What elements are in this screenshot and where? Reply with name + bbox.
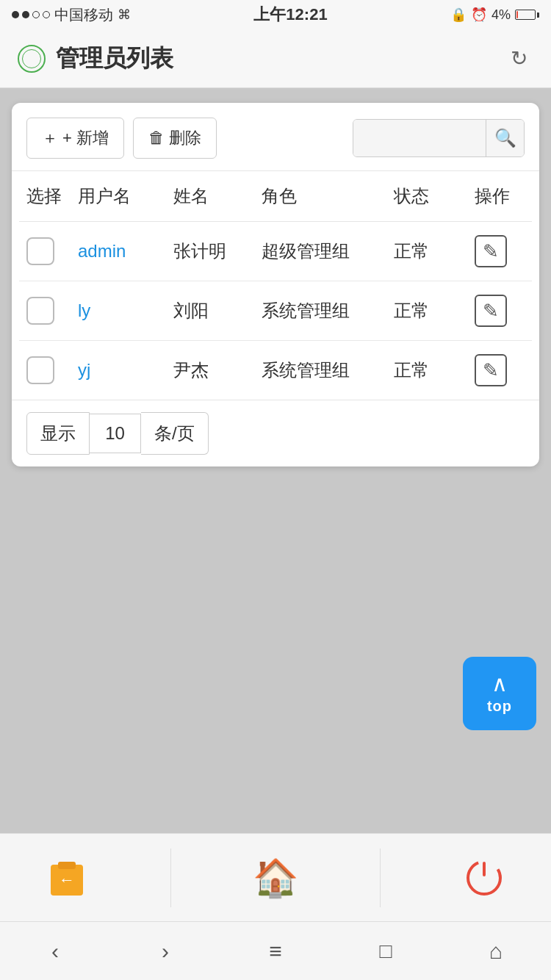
- power-icon: [465, 859, 503, 897]
- dot1: [12, 11, 19, 18]
- table-header: 选择 用户名 姓名 角色 状态 操作: [19, 171, 532, 222]
- row2-edit-button[interactable]: ✎: [475, 295, 507, 327]
- back-chevron-icon: ‹: [51, 939, 59, 964]
- battery-body: [515, 10, 536, 20]
- row2-status: 正常: [394, 299, 475, 323]
- status-time: 上午12:21: [253, 4, 327, 26]
- nav-pages-button[interactable]: □: [356, 929, 415, 973]
- col-action: 操作: [475, 184, 533, 208]
- row3-role: 系统管理组: [262, 359, 394, 382]
- menu-icon: ≡: [269, 939, 282, 964]
- dot3: [32, 11, 40, 18]
- status-right: 🔒 ⏰ 4%: [450, 7, 539, 23]
- table-row: admin 张计明 超级管理组 正常 ✎: [19, 222, 532, 281]
- home-button[interactable]: 🏠: [246, 849, 305, 907]
- row1-name: 张计明: [173, 239, 262, 263]
- dot2: [22, 11, 29, 18]
- trash-icon: 🗑: [148, 129, 165, 148]
- table-row: yj 尹杰 系统管理组 正常 ✎: [19, 341, 532, 400]
- row1-role: 超级管理组: [262, 239, 394, 263]
- pages-icon: □: [380, 940, 392, 963]
- row1-checkbox[interactable]: [26, 237, 54, 265]
- forward-chevron-icon: ›: [162, 939, 169, 964]
- search-button[interactable]: 🔍: [486, 120, 524, 156]
- lock-icon: 🔒: [450, 7, 467, 23]
- search-icon: 🔍: [494, 128, 516, 148]
- status-left: 中国移动 ⌘: [12, 5, 131, 25]
- admin-list-card: ＋ + 新增 🗑 删除 🔍 选择 用户名 姓名 角色: [12, 103, 539, 466]
- scroll-to-top-button[interactable]: ∧ top: [463, 657, 536, 730]
- delete-button[interactable]: 🗑 删除: [133, 118, 217, 159]
- nav-bar: ‹ › ≡ □ ⌂: [0, 921, 551, 980]
- edit-icon: ✎: [483, 300, 499, 323]
- status-bar: 中国移动 ⌘ 上午12:21 🔒 ⏰ 4%: [0, 0, 551, 29]
- row3-checkbox[interactable]: [26, 356, 54, 384]
- nav-home-icon: ⌂: [489, 939, 503, 964]
- row2-role: 系统管理组: [262, 299, 394, 323]
- col-username: 用户名: [78, 184, 173, 208]
- plus-icon: ＋: [42, 127, 58, 149]
- col-name: 姓名: [173, 184, 262, 208]
- edit-icon: ✎: [483, 240, 499, 263]
- page-title: 管理员列表: [56, 43, 173, 75]
- refresh-icon: ↻: [511, 46, 527, 71]
- nav-menu-button[interactable]: ≡: [246, 929, 305, 973]
- svg-rect-1: [58, 862, 76, 869]
- wifi-icon: ⌘: [118, 7, 131, 23]
- per-page-suffix: 条/页: [141, 412, 209, 455]
- dot4: [43, 11, 50, 18]
- power-button[interactable]: [455, 849, 514, 907]
- battery-percent: 4%: [491, 7, 511, 23]
- edit-icon: ✎: [483, 359, 499, 382]
- battery-icon: [515, 10, 539, 20]
- refresh-button[interactable]: ↻: [504, 44, 533, 73]
- table-wrapper: 选择 用户名 姓名 角色 状态 操作 admin 张计明 超级管理组 正常 ✎: [12, 171, 539, 400]
- clipboard-back-icon: ←: [46, 857, 87, 898]
- per-page-input[interactable]: [90, 414, 141, 453]
- delete-label: 删除: [169, 127, 201, 149]
- alarm-icon: ⏰: [471, 7, 487, 23]
- pagination: 显示 条/页: [12, 400, 539, 466]
- bottom-divider2: [380, 849, 381, 907]
- add-label: + 新增: [62, 127, 109, 149]
- show-label: 显示: [26, 412, 90, 455]
- row2-username[interactable]: ly: [78, 300, 173, 321]
- carrier-label: 中国移动: [54, 5, 113, 25]
- row3-username[interactable]: yj: [78, 360, 173, 381]
- header-left: 管理员列表: [18, 43, 173, 75]
- bottom-toolbar: ← 🏠: [0, 833, 551, 921]
- nav-forward-button[interactable]: ›: [136, 929, 195, 973]
- row3-edit-button[interactable]: ✎: [475, 354, 507, 386]
- col-status: 状态: [394, 184, 475, 208]
- search-container: 🔍: [353, 119, 525, 157]
- search-input[interactable]: [353, 120, 486, 156]
- app-header: 管理员列表 ↻: [0, 29, 551, 88]
- row3-name: 尹杰: [173, 359, 262, 382]
- col-role: 角色: [262, 184, 394, 208]
- svg-text:←: ←: [59, 871, 75, 889]
- add-button[interactable]: ＋ + 新增: [26, 118, 124, 159]
- row1-username[interactable]: admin: [78, 241, 173, 262]
- toolbar: ＋ + 新增 🗑 删除 🔍: [12, 103, 539, 170]
- col-select: 选择: [26, 184, 78, 208]
- signal-dots: [12, 11, 50, 18]
- top-label: top: [487, 698, 512, 715]
- nav-back-button[interactable]: ‹: [26, 929, 84, 973]
- bottom-divider1: [170, 849, 171, 907]
- row1-edit-button[interactable]: ✎: [475, 235, 507, 267]
- nav-home-button[interactable]: ⌂: [467, 929, 525, 973]
- row2-name: 刘阳: [173, 299, 262, 323]
- table-row: ly 刘阳 系统管理组 正常 ✎: [19, 281, 532, 341]
- svg-rect-4: [483, 862, 486, 876]
- battery-fill: [516, 11, 518, 18]
- app-logo: [18, 45, 46, 73]
- home-icon: 🏠: [253, 857, 298, 899]
- back-to-list-button[interactable]: ←: [37, 849, 96, 907]
- battery-tip: [537, 12, 539, 18]
- chevron-up-icon: ∧: [491, 673, 508, 695]
- row3-status: 正常: [394, 359, 475, 382]
- row1-status: 正常: [394, 239, 475, 263]
- row2-checkbox[interactable]: [26, 297, 54, 325]
